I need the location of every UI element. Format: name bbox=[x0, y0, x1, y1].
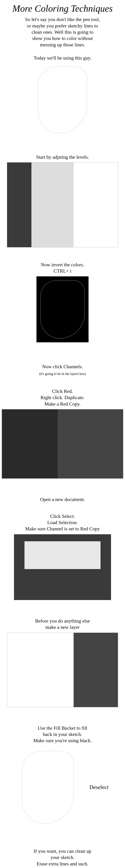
before-block: Before you do anything else make a new l… bbox=[7, 618, 118, 630]
deselect-row: Deselect bbox=[3, 746, 122, 829]
screenshot-load-selection-dialog bbox=[14, 534, 111, 600]
fill-line: Make sure you're using black. bbox=[7, 738, 118, 744]
intro-line: So let's say you don't like the pen tool… bbox=[7, 16, 118, 23]
newdoc-line: Open a new document. bbox=[7, 496, 118, 503]
cleanup-line: your sketch. bbox=[7, 854, 118, 861]
screenshot-levels-dialog bbox=[7, 162, 118, 247]
fill-line: Use the Fill Bucket to fill bbox=[7, 725, 118, 731]
before-line: make a new layer bbox=[7, 624, 118, 630]
intro-line: or maybe you prefer sketchy lines to bbox=[7, 23, 118, 29]
screenshot-channels-panel bbox=[2, 409, 123, 478]
select-line: Make sure Channel is set to Red Copy bbox=[7, 526, 118, 532]
select-block: Click Select. Load Selection. Make sure … bbox=[7, 513, 118, 532]
red-block: Click Red. Right click. Duplicate. Make … bbox=[7, 388, 118, 407]
invert-line: Now invert the colors. bbox=[7, 261, 118, 268]
fill-block: Use the Fill Bucket to fill back in your… bbox=[7, 725, 118, 744]
figure-pose-inverted bbox=[36, 276, 89, 342]
before-line: Before you do anything else bbox=[7, 618, 118, 624]
intro-line: messing up those lines. bbox=[7, 42, 118, 48]
levels-line: Start by adjsting the levels. bbox=[7, 154, 118, 160]
red-line: Right click. Duplicate. bbox=[7, 395, 118, 401]
cleanup-line: If you want, you can clean up bbox=[7, 848, 118, 854]
channels-note: (it's going to be in the layers box) bbox=[0, 372, 125, 376]
intro-block: So let's say you don't like the pen tool… bbox=[7, 16, 118, 48]
intro-line: clean ones. Well this is going to bbox=[7, 29, 118, 35]
red-line: Click Red. bbox=[7, 388, 118, 395]
figure-pose-sketch bbox=[35, 63, 90, 136]
select-line: Click Select. bbox=[7, 513, 118, 519]
fill-line: back in your sketch. bbox=[7, 731, 118, 738]
figure-pose-filled bbox=[17, 746, 79, 829]
red-line: Make a Red Copy. bbox=[7, 401, 118, 407]
invert-shortcut: CTRL+ i bbox=[7, 268, 118, 274]
today-line: Today we'll be using this guy. bbox=[7, 55, 118, 61]
invert-block: Now invert the colors. CTRL+ i bbox=[7, 261, 118, 274]
intro-line: show you how to color without bbox=[7, 35, 118, 41]
cleanup-line: Erase extra lines and such. bbox=[7, 861, 118, 867]
page-title: More Coloring Techniques bbox=[0, 2, 125, 14]
screenshot-new-layer bbox=[7, 632, 118, 707]
channels-line: Now click Channels. bbox=[7, 364, 118, 370]
cleanup-block: If you want, you can clean up your sketc… bbox=[7, 848, 118, 867]
select-line: Load Selection. bbox=[7, 519, 118, 526]
deselect-label: Deselect bbox=[89, 784, 108, 791]
